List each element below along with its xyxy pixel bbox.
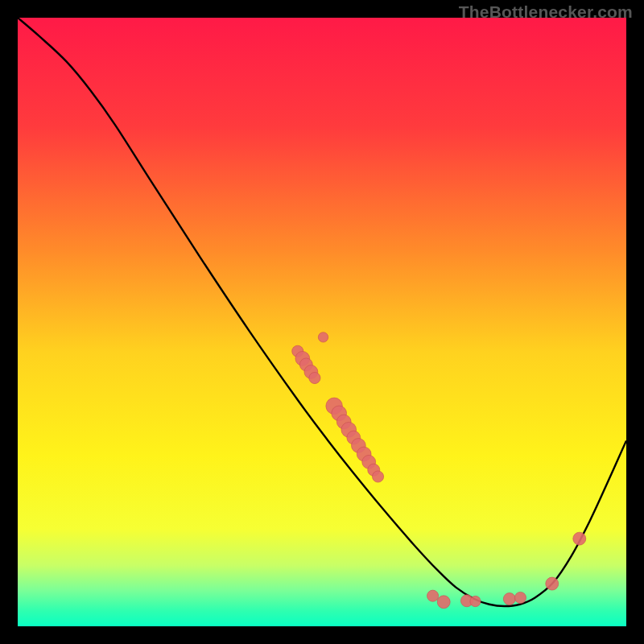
scatter-dot [573,532,586,545]
attribution-text: TheBottlenecker.com [459,2,633,22]
scatter-dot [437,596,450,609]
scatter-dot [546,577,559,590]
scatter-dot [514,592,526,603]
scatter-dot [427,590,439,601]
gradient-background [18,18,626,626]
chart-frame: TheBottlenecker.com [0,0,644,644]
scatter-dot [470,596,481,606]
scatter-dot [318,332,328,342]
scatter-dot [372,471,383,482]
plot-area [18,18,626,626]
scatter-dot [503,592,515,605]
chart-svg [18,18,626,626]
scatter-dot [309,372,320,383]
